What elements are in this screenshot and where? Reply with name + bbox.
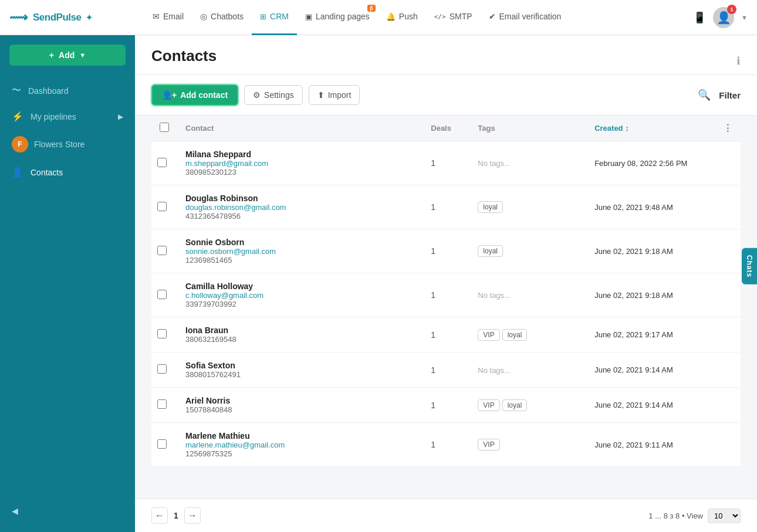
nav-smtp[interactable]: </> SMTP	[426, 0, 481, 35]
search-button[interactable]: 🔍	[698, 89, 711, 101]
contact-name[interactable]: Ariel Norris	[185, 396, 414, 405]
deals-cell: 1	[423, 388, 469, 423]
top-nav: ⟿ SendPulse ✦ ✉ Email ◎ Chatbots ⊞ CRM ▣…	[0, 0, 757, 35]
add-button[interactable]: + Add ▼	[9, 45, 126, 66]
row-checkbox[interactable]	[157, 439, 167, 449]
contact-email[interactable]: m.sheppard@gmail.com	[185, 159, 414, 168]
nav-landing[interactable]: ▣ Landing pages β	[297, 0, 378, 35]
table-row[interactable]: Sonnie Osbornsonnie.osborn@gmail.com1236…	[151, 229, 741, 273]
row-checkbox[interactable]	[157, 202, 167, 211]
nav-chatbots[interactable]: ◎ Chatbots	[192, 0, 252, 35]
contact-name[interactable]: Milana Sheppard	[185, 150, 414, 159]
sidebar-item-dashboard[interactable]: 〜 Dashboard	[0, 77, 135, 104]
contacts-icon: 👤	[12, 167, 23, 178]
row-checkbox[interactable]	[157, 290, 167, 299]
contact-email[interactable]: marlene.mathieu@gmail.com	[185, 440, 414, 449]
row-checkbox[interactable]	[157, 364, 167, 374]
actions-menu-icon[interactable]: ⋮	[723, 123, 732, 133]
table-row[interactable]: Sofia Sexton38080157624911No tags...June…	[151, 353, 741, 388]
th-created[interactable]: Created ↕	[586, 116, 715, 141]
no-tags-label: No tags...	[478, 291, 511, 300]
info-icon[interactable]: ℹ	[736, 55, 741, 67]
created-cell: June 02, 2021 9:14 AM	[586, 388, 715, 423]
row-checkbox[interactable]	[157, 399, 167, 409]
next-page-button[interactable]: →	[184, 507, 201, 524]
tag-badge[interactable]: VIP	[478, 399, 499, 411]
sidebar-dashboard-label: Dashboard	[28, 86, 69, 96]
contact-name[interactable]: Douglas Robinson	[185, 194, 414, 203]
prev-page-button[interactable]: ←	[151, 507, 168, 524]
th-deals: Deals	[423, 116, 469, 141]
store-initial: F	[18, 140, 22, 148]
row-checkbox[interactable]	[157, 158, 167, 167]
contact-cell: Milana Sheppardm.sheppard@gmail.com38098…	[177, 141, 423, 185]
content-header: Contacts ℹ	[135, 35, 757, 75]
tag-badge[interactable]: loyal	[478, 201, 503, 213]
created-cell: June 02, 2021 9:18 AM	[586, 229, 715, 273]
th-created-sort: Created ↕	[594, 124, 707, 133]
contact-name[interactable]: Iona Braun	[185, 326, 414, 335]
sidebar-item-pipelines[interactable]: ⚡ My pipelines ▶	[0, 104, 135, 129]
tags-cell: VIP	[469, 423, 586, 467]
contact-name[interactable]: Camilla Holloway	[185, 282, 414, 291]
sidebar-item-contacts[interactable]: 👤 Contacts	[0, 160, 135, 185]
chats-tab[interactable]: Chats	[742, 248, 757, 284]
sidebar: + Add ▼ 〜 Dashboard ⚡ My pipelines ▶ F F…	[0, 35, 135, 532]
contact-email[interactable]: douglas.robinson@gmail.com	[185, 203, 414, 212]
row-actions-cell	[715, 229, 741, 273]
nav-crm[interactable]: ⊞ CRM	[252, 0, 297, 35]
nav-chatbots-label: Chatbots	[211, 12, 244, 21]
filter-button[interactable]: Filter	[719, 90, 741, 100]
row-actions-cell	[715, 353, 741, 388]
tag-badge[interactable]: VIP	[478, 439, 499, 450]
table-row[interactable]: Marlene Mathieumarlene.mathieu@gmail.com…	[151, 423, 741, 467]
nav-email-verification-label: Email verification	[499, 12, 562, 21]
sidebar-store-label: Flowers Store	[34, 140, 85, 149]
th-tags: Tags	[469, 116, 586, 141]
content-area: Contacts ℹ 👤+ Add contact ⚙ Settings ⬆ I…	[135, 35, 757, 532]
table-row[interactable]: Iona Braun3806321695481VIPloyalJune 02, …	[151, 317, 741, 353]
no-tags-label: No tags...	[478, 366, 511, 375]
per-page-select[interactable]: 10 25 50 100	[708, 509, 741, 523]
nav-smtp-label: SMTP	[450, 12, 472, 21]
created-cell: February 08, 2022 2:56 PM	[586, 141, 715, 185]
mobile-icon[interactable]: 📱	[693, 11, 706, 24]
tag-badge[interactable]: loyal	[502, 329, 528, 341]
select-all-checkbox[interactable]	[160, 123, 169, 132]
import-button[interactable]: ⬆ Import	[309, 85, 360, 105]
avatar-wrap[interactable]: 👤 1	[713, 7, 734, 28]
contact-name[interactable]: Sonnie Osborn	[185, 238, 414, 247]
store-avatar: F	[12, 136, 28, 153]
contact-name[interactable]: Marlene Mathieu	[185, 431, 414, 440]
tag-badge[interactable]: VIP	[478, 329, 499, 341]
nav-email[interactable]: ✉ Email	[144, 0, 192, 35]
contact-email[interactable]: sonnie.osborn@gmail.com	[185, 247, 414, 256]
add-contact-button[interactable]: 👤+ Add contact	[151, 84, 238, 106]
row-checkbox-cell	[151, 423, 177, 467]
row-checkbox[interactable]	[157, 329, 167, 338]
contact-email[interactable]: c.holloway@gmail.com	[185, 291, 414, 300]
sidebar-item-store[interactable]: F Flowers Store	[0, 129, 135, 160]
logo[interactable]: ⟿ SendPulse ✦	[9, 10, 144, 25]
tag-badge[interactable]: loyal	[478, 245, 503, 257]
table-row[interactable]: Ariel Norris150788408481VIPloyalJune 02,…	[151, 388, 741, 423]
tag-badge[interactable]: loyal	[502, 399, 528, 411]
table-row[interactable]: Douglas Robinsondouglas.robinson@gmail.c…	[151, 185, 741, 229]
nav-landing-label: Landing pages	[316, 12, 370, 21]
add-chevron-icon: ▼	[79, 52, 86, 59]
table-row[interactable]: Milana Sheppardm.sheppard@gmail.com38098…	[151, 141, 741, 185]
row-checkbox[interactable]	[157, 246, 167, 255]
contact-name[interactable]: Sofia Sexton	[185, 361, 414, 370]
collapse-icon: ◀	[12, 506, 18, 516]
table-header: Contact Deals Tags Created ↕	[151, 116, 741, 141]
nav-push[interactable]: 🔔 Push	[378, 0, 426, 35]
nav-email-verification[interactable]: ✔ Email verification	[481, 0, 570, 35]
avatar-chevron-icon[interactable]: ▼	[741, 14, 748, 21]
settings-button[interactable]: ⚙ Settings	[244, 85, 303, 105]
search-icon: 🔍	[698, 89, 711, 101]
sidebar-collapse[interactable]: ◀	[0, 499, 135, 523]
table-row[interactable]: Camilla Hollowayc.holloway@gmail.com3397…	[151, 273, 741, 317]
row-checkbox-cell	[151, 141, 177, 185]
chatbots-nav-icon: ◎	[200, 12, 207, 21]
sidebar-contacts-label: Contacts	[31, 168, 63, 177]
